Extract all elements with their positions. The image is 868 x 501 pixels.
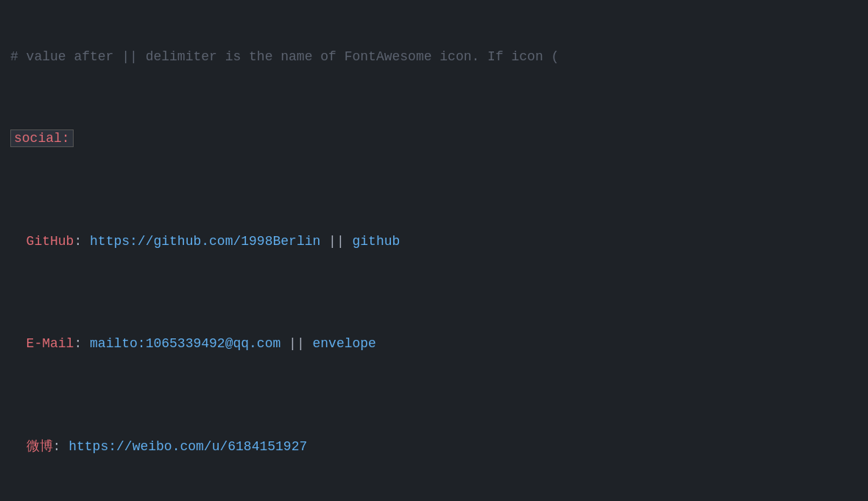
github-line: GitHub: https://github.com/1998Berlin ||… xyxy=(0,232,868,252)
email-key: E-Mail xyxy=(27,336,74,351)
email-line: E-Mail: mailto:1065339492@qq.com || enve… xyxy=(0,334,868,355)
github-key: GitHub xyxy=(27,234,74,249)
social-key-line: social: xyxy=(0,129,868,149)
weibo-key: 微博 xyxy=(27,439,53,454)
code-editor: # value after || delimiter is the name o… xyxy=(0,0,868,501)
top-comment: # value after || delimiter is the name o… xyxy=(0,47,868,68)
weibo-line: 微博: https://weibo.com/u/6184151927 xyxy=(0,437,868,458)
social-label: social: xyxy=(10,129,74,147)
